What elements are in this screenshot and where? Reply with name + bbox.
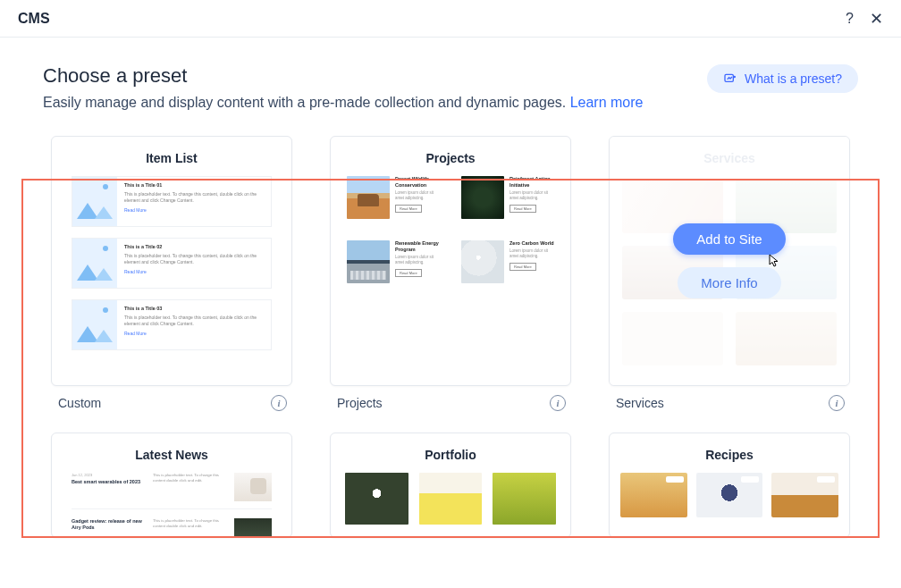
- list-item: Zero Carbon WorldLorem ipsum dolor sit a…: [461, 240, 554, 283]
- preset-card[interactable]: Latest News Jan 12, 2023Best smart weara…: [51, 433, 292, 538]
- thumbnail-icon: [461, 176, 504, 219]
- preset-recipes[interactable]: Recipes: [609, 433, 850, 538]
- more-info-button[interactable]: More Info: [678, 267, 780, 298]
- list-item: Desert Wildlife ConservationLorem ipsum …: [347, 176, 440, 219]
- news-preview: Jan 12, 2023Best smart wearables of 2023…: [52, 473, 291, 538]
- list-item: This is a Title 02 This is placeholder t…: [72, 238, 272, 289]
- hover-overlay: Add to Site More Info: [610, 137, 849, 385]
- card-title: Recipes: [610, 433, 849, 473]
- card-footer: Projects i: [330, 386, 571, 411]
- preset-services[interactable]: Services Add to Site More Info: [609, 136, 850, 411]
- item-list-preview: This is a Title 01 This is placeholder t…: [52, 176, 291, 350]
- list-item: This is a Title 03 This is placeholder t…: [72, 299, 272, 350]
- preset-item-list[interactable]: Item List This is a Title 01 This is pla…: [51, 136, 292, 411]
- preset-card[interactable]: Recipes: [609, 433, 850, 538]
- add-to-site-button[interactable]: Add to Site: [673, 223, 785, 255]
- thumbnail-icon: [234, 518, 272, 538]
- what-is-preset-button[interactable]: What is a preset?: [707, 64, 858, 93]
- close-icon[interactable]: ✕: [870, 9, 883, 29]
- page-subtext: Easily manage and display content with a…: [43, 95, 644, 111]
- recipes-preview: [610, 473, 849, 517]
- card-title: Item List: [52, 137, 291, 176]
- preset-card[interactable]: Item List This is a Title 01 This is pla…: [51, 136, 292, 386]
- thumbnail-icon: [696, 473, 763, 517]
- list-item: Jan 12, 2023Best smart wearables of 2023…: [72, 473, 272, 509]
- thumbnail-icon: [620, 473, 687, 517]
- help-icon[interactable]: ?: [846, 11, 854, 27]
- page-heading: Choose a preset: [43, 64, 644, 88]
- card-title: Projects: [331, 137, 570, 176]
- thumbnail-icon: [493, 473, 556, 525]
- learn-more-link[interactable]: Learn more: [570, 95, 644, 110]
- placeholder-image-icon: [72, 300, 117, 349]
- card-footer: Services i: [609, 386, 850, 411]
- header-actions: ? ✕: [846, 9, 883, 29]
- info-icon[interactable]: i: [829, 395, 845, 411]
- preset-card[interactable]: Projects Desert Wildlife ConservationLor…: [330, 136, 571, 386]
- preset-card[interactable]: Services Add to Site More Info: [609, 136, 850, 386]
- info-icon[interactable]: i: [271, 395, 287, 411]
- thumbnail-icon: [345, 473, 408, 525]
- list-item: This is a Title 01 This is placeholder t…: [72, 176, 272, 227]
- thumbnail-icon: [347, 176, 390, 219]
- footer-label: Projects: [337, 396, 383, 410]
- footer-label: Services: [616, 396, 664, 410]
- thumbnail-icon: [234, 473, 272, 501]
- preset-grid: Item List This is a Title 01 This is pla…: [43, 136, 858, 538]
- preset-latest-news[interactable]: Latest News Jan 12, 2023Best smart weara…: [51, 433, 292, 538]
- portfolio-preview: [331, 473, 570, 525]
- projects-preview: Desert Wildlife ConservationLorem ipsum …: [331, 176, 570, 283]
- preset-projects[interactable]: Projects Desert Wildlife ConservationLor…: [330, 136, 571, 411]
- card-title: Portfolio: [331, 433, 570, 473]
- footer-label: Custom: [58, 396, 101, 410]
- header: CMS ? ✕: [0, 0, 901, 38]
- intro-row: Choose a preset Easily manage and displa…: [43, 64, 858, 111]
- app-title: CMS: [18, 11, 50, 27]
- placeholder-image-icon: [72, 177, 117, 226]
- intro-text: Choose a preset Easily manage and displa…: [43, 64, 644, 111]
- preset-card[interactable]: Portfolio: [330, 433, 571, 538]
- preset-portfolio[interactable]: Portfolio: [330, 433, 571, 538]
- thumbnail-icon: [419, 473, 483, 525]
- info-icon[interactable]: i: [550, 395, 566, 411]
- list-item: Renewable Energy ProgramLorem ipsum dolo…: [347, 240, 440, 283]
- thumbnail-icon: [461, 240, 504, 283]
- preset-icon: [723, 71, 737, 86]
- thumbnail-icon: [771, 473, 838, 517]
- content-area: Choose a preset Easily manage and displa…: [0, 38, 901, 538]
- thumbnail-icon: [347, 240, 390, 283]
- list-item: Rainforest Action InitiativeLorem ipsum …: [461, 176, 554, 219]
- list-item: Gadget review: release of new Airy Pods …: [72, 518, 272, 538]
- placeholder-image-icon: [72, 239, 117, 288]
- svg-point-1: [734, 76, 735, 77]
- card-title: Latest News: [52, 433, 291, 473]
- card-footer: Custom i: [51, 386, 292, 411]
